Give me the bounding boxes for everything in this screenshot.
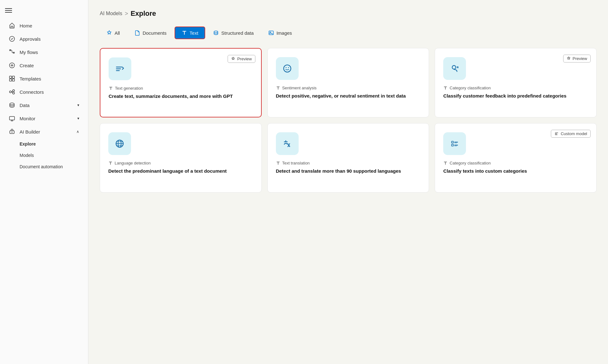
- sidebar-item-myflows-label: My flows: [20, 50, 38, 55]
- svg-point-21: [452, 66, 456, 69]
- card-textgen[interactable]: Preview Text generation Create text, sum…: [100, 48, 262, 117]
- card-category2-custom-badge[interactable]: Custom model: [551, 130, 591, 138]
- tabs-bar: All Documents Text Structured data Image…: [100, 27, 597, 39]
- sidebar: Home Approvals My flows Create Templates…: [0, 0, 88, 364]
- svg-rect-5: [12, 76, 15, 78]
- card-textgen-preview-label: Preview: [237, 57, 252, 61]
- svg-rect-28: [452, 144, 454, 146]
- tab-text[interactable]: Text: [175, 27, 206, 39]
- sidebar-item-monitor-label: Monitor: [20, 116, 35, 121]
- svg-point-20: [288, 67, 289, 68]
- card-sentiment-icon-wrap: [276, 57, 299, 80]
- sidebar-item-create-label: Create: [20, 63, 34, 68]
- tab-text-label: Text: [190, 30, 199, 36]
- sidebar-item-monitor[interactable]: Monitor ▾: [3, 112, 86, 125]
- card-langdetect[interactable]: Language detection Detect the predominan…: [100, 123, 262, 193]
- sidebar-item-approvals[interactable]: Approvals: [3, 33, 86, 45]
- svg-point-19: [285, 67, 286, 68]
- card-textgen-icon-wrap: [109, 57, 131, 80]
- sidebar-item-create[interactable]: Create: [3, 59, 86, 72]
- approvals-icon: [9, 36, 15, 42]
- card-category2-type-label: Category classification: [450, 161, 491, 165]
- svg-rect-27: [452, 141, 454, 143]
- flows-icon: [9, 49, 15, 55]
- card-translation-title: Detect and translate more than 90 suppor…: [276, 168, 421, 175]
- card-langdetect-type: Language detection: [108, 161, 253, 165]
- hamburger-menu[interactable]: [0, 4, 88, 19]
- card-category1[interactable]: Preview Category classification Classify…: [435, 48, 597, 117]
- tab-structured-label: Structured data: [221, 30, 254, 36]
- breadcrumb-separator: >: [125, 10, 128, 17]
- main-content: AI Models > Explore All Documents Text S…: [88, 0, 608, 364]
- sidebar-item-connectors[interactable]: Connectors: [3, 86, 86, 98]
- card-category2-type: Category classification: [443, 161, 588, 165]
- templates-icon: [9, 75, 15, 82]
- aibuilder-icon: [9, 128, 15, 135]
- sidebar-item-aibuilder[interactable]: AI Builder ∧: [3, 125, 86, 138]
- sidebar-item-approvals-label: Approvals: [20, 36, 41, 42]
- card-translation[interactable]: Text translation Detect and translate mo…: [267, 123, 429, 193]
- svg-rect-4: [9, 76, 12, 78]
- svg-point-10: [13, 92, 15, 94]
- card-langdetect-title: Detect the predominant language of a tex…: [108, 168, 253, 175]
- svg-point-11: [10, 103, 14, 105]
- sidebar-item-templates-label: Templates: [20, 76, 41, 81]
- sidebar-item-templates[interactable]: Templates: [3, 72, 86, 85]
- svg-rect-6: [9, 79, 12, 81]
- tab-all[interactable]: All: [100, 27, 127, 39]
- tab-images-label: Images: [277, 30, 292, 36]
- card-category2[interactable]: Custom model Category classification Cla…: [435, 123, 597, 193]
- svg-rect-24: [555, 133, 558, 133]
- tab-structured[interactable]: Structured data: [206, 27, 260, 39]
- card-langdetect-type-label: Language detection: [115, 161, 151, 165]
- sidebar-item-myflows[interactable]: My flows: [3, 46, 86, 58]
- card-category1-preview-badge[interactable]: Preview: [563, 55, 591, 63]
- sidebar-item-aibuilder-label: AI Builder: [20, 129, 40, 134]
- card-sentiment-type: Sentiment analysis: [276, 86, 421, 90]
- svg-rect-12: [9, 116, 15, 120]
- sidebar-sub-models[interactable]: Models: [3, 150, 86, 161]
- card-sentiment-title: Detect positive, negative, or neutral se…: [276, 92, 421, 99]
- sidebar-item-connectors-label: Connectors: [20, 89, 44, 95]
- card-category1-icon-wrap: [443, 57, 466, 80]
- card-textgen-type-label: Text generation: [115, 86, 143, 91]
- card-textgen-type: Text generation: [109, 86, 253, 91]
- tab-images[interactable]: Images: [262, 27, 299, 39]
- card-category1-type: Category classification: [443, 86, 588, 90]
- card-textgen-preview-badge[interactable]: Preview: [228, 55, 255, 63]
- sidebar-item-data-label: Data: [20, 103, 30, 108]
- card-category2-title: Classify texts into custom categories: [443, 168, 588, 175]
- monitor-icon: [9, 115, 15, 122]
- sidebar-sub-models-label: Models: [20, 153, 34, 158]
- breadcrumb-current: Explore: [131, 9, 156, 18]
- connectors-icon: [9, 89, 15, 95]
- home-icon: [9, 22, 15, 29]
- sidebar-sub-docauto[interactable]: Document automation: [3, 161, 86, 172]
- card-sentiment-type-label: Sentiment analysis: [282, 86, 317, 90]
- monitor-chevron-icon: ▾: [77, 116, 79, 121]
- sidebar-item-data[interactable]: Data ▾: [3, 99, 86, 111]
- card-category1-type-label: Category classification: [450, 86, 491, 90]
- card-category1-preview-label: Preview: [573, 56, 587, 61]
- create-icon: [9, 62, 15, 69]
- breadcrumb: AI Models > Explore: [100, 9, 597, 18]
- svg-rect-26: [555, 134, 557, 135]
- card-sentiment[interactable]: Sentiment analysis Detect positive, nega…: [267, 48, 429, 117]
- svg-point-17: [270, 32, 271, 33]
- data-icon: [9, 102, 15, 108]
- card-category1-title: Classify customer feedback into predefin…: [443, 92, 588, 99]
- svg-point-18: [283, 65, 291, 72]
- breadcrumb-parent: AI Models: [100, 11, 122, 16]
- svg-point-14: [12, 132, 13, 133]
- sidebar-item-home-label: Home: [20, 23, 32, 28]
- tab-all-label: All: [115, 30, 120, 36]
- card-translation-icon-wrap: [276, 132, 299, 155]
- cards-grid: Preview Text generation Create text, sum…: [100, 48, 597, 193]
- tab-documents[interactable]: Documents: [128, 27, 173, 39]
- card-category2-icon-wrap: [443, 132, 466, 155]
- sidebar-sub-explore[interactable]: Explore: [3, 139, 86, 149]
- svg-rect-25: [555, 134, 557, 134]
- data-chevron-icon: ▾: [77, 103, 79, 107]
- svg-point-9: [13, 90, 15, 92]
- sidebar-item-home[interactable]: Home: [3, 19, 86, 32]
